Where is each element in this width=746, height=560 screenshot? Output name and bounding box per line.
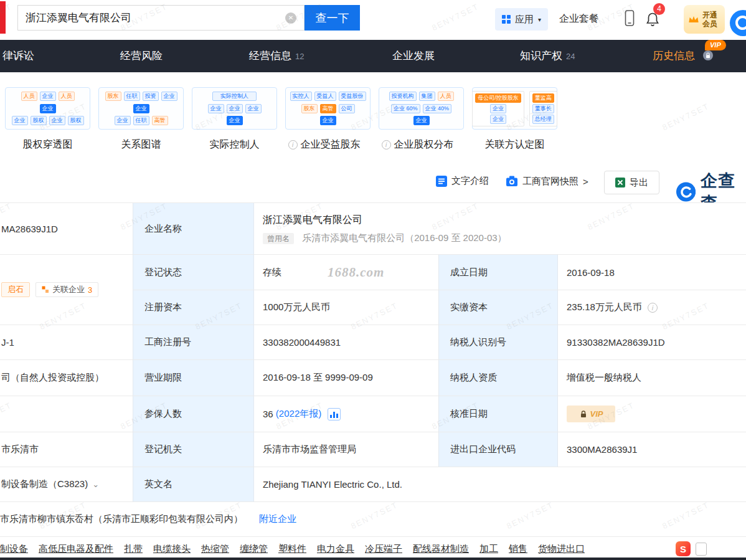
scope-keyword[interactable]: 销售: [509, 543, 527, 555]
mini-chip: 企业 60%: [391, 104, 420, 113]
tab-development[interactable]: 企业发展: [392, 40, 435, 72]
mascot-icon[interactable]: [730, 10, 746, 36]
scope-keyword[interactable]: 扎带: [124, 543, 143, 555]
scope-keyword[interactable]: 冷压端子: [365, 543, 402, 555]
vip-badge: VIP: [705, 40, 726, 50]
chart-label-beneficial-shareholders[interactable]: i企业受益股东: [281, 138, 367, 151]
tab-ip[interactable]: 知识产权24: [520, 40, 575, 72]
nav-bar: 律诉讼 经营风险 经营信息12 企业发展 知识产权24 历史信息 VIP: [0, 40, 746, 72]
chart-label-equity-penetration[interactable]: 股权穿透图: [5, 138, 90, 151]
mini-chip: 任职: [133, 116, 149, 125]
chart-card-related-party[interactable]: 母公司/控股股东 企业 企业 董监高 董事长 总经理: [472, 87, 557, 130]
extension-s-icon[interactable]: S: [676, 541, 691, 556]
scope-keyword[interactable]: 加工: [479, 543, 498, 555]
label-paid-in-capital: 实缴资本: [438, 290, 558, 325]
industry-partial-cell: 制设备制造（C3823) ⌄: [0, 467, 133, 502]
scope-keyword[interactable]: 塑料件: [278, 543, 306, 555]
tab-business-info[interactable]: 经营信息12: [249, 40, 304, 72]
table-row: 营业期限 2016-09-18 至 9999-09-09 纳税人资质 增值税一般…: [133, 360, 746, 396]
company-tags-cell: 启石 关联企业 3: [0, 255, 133, 325]
value-insured-count: 36 (2022年报): [254, 396, 438, 432]
apps-label: 应用: [515, 14, 534, 26]
region-partial-cell: 市乐清市: [0, 432, 133, 467]
apps-button[interactable]: 应用 ▾: [495, 8, 548, 31]
tab-business-risk[interactable]: 经营风险: [120, 40, 163, 72]
mini-chip: 股东: [105, 92, 121, 101]
search-input[interactable]: [18, 6, 304, 30]
clear-icon[interactable]: ✕: [285, 12, 296, 24]
scope-keyword[interactable]: 热缩管: [201, 543, 229, 555]
info-icon[interactable]: i: [648, 303, 658, 313]
value-taxpayer-qualification: 增值税一般纳税人: [558, 360, 746, 396]
scope-keyword[interactable]: 货物进出口: [538, 543, 585, 555]
extension-icon[interactable]: [696, 543, 707, 556]
tab-lawsuits[interactable]: 律诉讼: [2, 40, 34, 72]
chart-card-beneficial-shareholders[interactable]: 实控人受益人受益股份 股东高管公司 企业: [285, 87, 371, 130]
company-name: 浙江添翼电气有限公司: [263, 214, 362, 227]
mini-chip: 企业: [227, 104, 243, 113]
chevron-right-icon: >: [583, 176, 588, 187]
mini-chip: 企业: [245, 104, 262, 113]
scope-keyword[interactable]: 电力金具: [317, 543, 354, 555]
qichacha-logo-icon: [676, 181, 696, 203]
related-companies-tag[interactable]: 关联企业 3: [35, 282, 98, 297]
search-button[interactable]: 查一下: [305, 5, 360, 31]
table-row: 英文名 Zhejiang TIANYI Electric Co., Ltd.: [133, 467, 746, 502]
chart-label-relationship-graph[interactable]: 关系图谱: [98, 138, 184, 151]
bar-chart-icon[interactable]: [328, 408, 341, 420]
mini-chip: 集团: [419, 92, 435, 101]
chart-card-equity-penetration[interactable]: 人员企业人员 企业 企业股权企业股权: [5, 87, 90, 130]
chart-label-actual-controller[interactable]: 实际控制人: [192, 138, 277, 151]
label-reg-status: 登记状态: [133, 255, 254, 290]
mobile-app-icon[interactable]: [623, 9, 636, 29]
chart-label-related-party[interactable]: 关联方认定图: [472, 138, 557, 151]
export-button[interactable]: 导出: [604, 171, 659, 194]
label-registration-authority: 登记机关: [133, 432, 254, 467]
scope-keyword[interactable]: 电缆接头: [153, 543, 191, 555]
annual-report-link[interactable]: (2022年报): [276, 408, 321, 420]
top-bar: ✕ 查一下 应用 ▾ 企业套餐 4 开通 会员: [0, 0, 746, 40]
business-scope-row: S 制设备高低压电器及配件扎带电缆接头热缩管缠绕管塑料件电力金具冷压端子配线器材…: [0, 537, 746, 560]
table-left-column: MA28639J1D 启石 关联企业 3 J-1 司（自然人投资或控股） 市乐清…: [0, 203, 133, 502]
enterprise-package-link[interactable]: 企业套餐: [559, 12, 599, 26]
vip-upgrade-button[interactable]: 开通 会员: [684, 5, 725, 34]
tab-count: 24: [566, 52, 575, 61]
mini-chip: 股东: [301, 104, 318, 113]
mini-chip: 人员: [59, 92, 75, 101]
former-name-tag: 曾用名: [263, 233, 294, 244]
chart-label-equity-distribution[interactable]: i企业股权分布: [375, 138, 460, 151]
mini-chip: 受益人: [314, 92, 336, 101]
value-reg-status: 存续 1688.com: [254, 255, 438, 290]
text-intro-button[interactable]: 文字介绍: [436, 175, 489, 187]
value-business-term: 2016-09-18 至 9999-09-09: [254, 360, 438, 396]
tag-qishi[interactable]: 启石: [1, 282, 30, 297]
empty-left-cell: [0, 396, 133, 432]
address-row: 市乐清市柳市镇东岙村（乐清市正顺彩印包装有限公司内） 附近企业: [0, 502, 746, 537]
vip-locked-value[interactable]: VIP: [567, 406, 615, 422]
mini-chip: 董监高: [532, 93, 554, 103]
tab-history[interactable]: 历史信息 VIP: [653, 40, 713, 72]
bottom-edge-line: [0, 558, 746, 560]
value-company-name: 浙江添翼电气有限公司 曾用名 乐清市添翼电气有限公司（2016-09 至 202…: [254, 203, 746, 255]
mini-chip: 公司: [339, 104, 355, 113]
vip-line1: 开通: [702, 11, 717, 19]
lock-icon: [579, 410, 588, 418]
snapshot-button[interactable]: 工商官网快照>: [506, 175, 588, 187]
chart-card-actual-controller[interactable]: 实际控制人 企业企业企业 企业: [192, 87, 277, 130]
notification-badge: 4: [653, 3, 665, 15]
scope-keyword[interactable]: 高低压电器及配件: [39, 543, 113, 555]
scope-keyword[interactable]: 配线器材制造: [413, 543, 469, 555]
document-icon: [436, 176, 447, 187]
chevron-down-icon[interactable]: ⌄: [92, 480, 99, 489]
scope-keyword[interactable]: 制设备: [0, 543, 28, 555]
scope-keyword[interactable]: 缠绕管: [240, 543, 268, 555]
value-registered-capital: 1000万元人民币: [254, 290, 438, 325]
nearby-companies-link[interactable]: 附近企业: [259, 513, 296, 525]
chart-card-equity-distribution[interactable]: 投资机构集团人员 企业 60%企业 40% 企业: [379, 87, 464, 130]
mini-chip: 企业: [49, 116, 65, 125]
table-row: 参保人数 36 (2022年报) 核准日期 VIP: [133, 396, 746, 432]
chart-card-relationship-graph[interactable]: 股东任职投资企业 企业 企业任职高管: [98, 87, 184, 130]
value-import-export-code: 3300MA28639J1: [558, 432, 746, 467]
mini-chip: 股权: [31, 116, 47, 125]
mini-chip: 董事长: [532, 104, 554, 113]
